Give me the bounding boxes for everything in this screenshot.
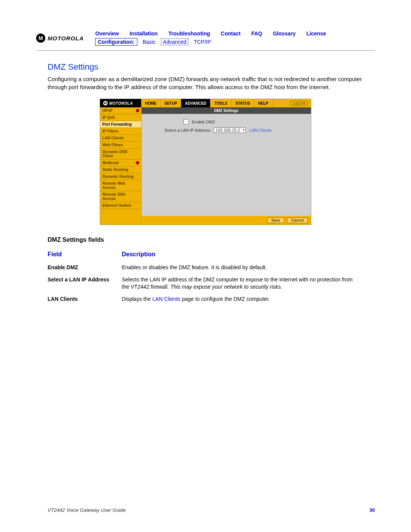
- field-desc: Enables or disables the DMZ feature. It …: [122, 262, 360, 274]
- ui-sidebar: UPnP IP QoS Port Forwarding IP Filters L…: [100, 107, 142, 225]
- ui-brand-icon: M: [103, 101, 108, 105]
- subnav-basic[interactable]: Basic: [143, 39, 156, 45]
- warning-dot-icon: [136, 109, 139, 112]
- nav-config-label: Configuration:: [95, 38, 137, 46]
- sidebar-item-staticrouting[interactable]: Static Routing: [100, 166, 141, 173]
- sidebar-item-multicast[interactable]: Multicast: [100, 160, 141, 166]
- nav-overview[interactable]: Overview: [95, 30, 119, 37]
- ui-main-body: Enable DMZ Select a LAN IP Address: 192.…: [142, 114, 311, 216]
- select-lan-ip-label: Select a LAN IP Address:: [164, 128, 211, 133]
- sidebar-item-upnp[interactable]: UPnP: [100, 107, 141, 114]
- ui-brand-text: MOTOROLA: [109, 101, 133, 105]
- enable-dmz-checkbox[interactable]: [183, 119, 189, 125]
- lan-clients-link[interactable]: LAN Clients: [250, 128, 272, 133]
- ui-logout-button[interactable]: Log Out: [290, 101, 308, 105]
- sidebar-item-lanclients[interactable]: LAN Clients: [100, 135, 141, 142]
- router-ui-screenshot: M MOTOROLA HOME SETUP ADVANCED TOOLS STA…: [100, 99, 311, 225]
- nav-faq[interactable]: FAQ: [251, 30, 262, 37]
- subnav-advanced[interactable]: Advanced: [161, 38, 188, 45]
- sidebar-item-remoteweb[interactable]: Remote Web Access: [100, 180, 141, 191]
- table-row: Select a LAN IP Address Selects the LAN …: [48, 274, 360, 293]
- field-name: Enable DMZ: [48, 262, 122, 274]
- sidebar-item-label: UPnP: [102, 109, 113, 113]
- lan-ip-select[interactable]: 192.168.15.2: [213, 128, 245, 133]
- save-button[interactable]: Save: [267, 217, 284, 223]
- sidebar-item-label: Multicast: [102, 161, 119, 165]
- th-description: Description: [122, 249, 360, 262]
- top-nav: Overview Installation Troubleshooting Co…: [95, 30, 375, 37]
- th-field: Field: [48, 249, 122, 262]
- lan-clients-inline-link[interactable]: LAN Clients: [152, 296, 180, 302]
- sidebar-item-dyndns[interactable]: Dynamic DNS Client: [100, 149, 141, 160]
- nav-contact[interactable]: Contact: [221, 30, 241, 37]
- desc-italic: This may expose your network to security…: [170, 284, 282, 290]
- ui-tab-tools[interactable]: TOOLS: [210, 99, 231, 107]
- motorola-logo-icon: M: [36, 34, 45, 43]
- nav-installation[interactable]: Installation: [129, 30, 158, 37]
- header-divider: [36, 50, 375, 51]
- brand-text: MOTOROLA: [48, 35, 84, 42]
- table-row: Enable DMZ Enables or disables the DMZ f…: [48, 262, 360, 274]
- ui-tab-status[interactable]: STATUS: [232, 99, 255, 107]
- ui-topbar: M MOTOROLA HOME SETUP ADVANCED TOOLS STA…: [100, 99, 311, 107]
- sidebar-item-portforwarding[interactable]: Port Forwarding: [100, 121, 141, 128]
- field-desc: Displays the LAN Clients page to configu…: [122, 293, 360, 305]
- ui-brand: M MOTOROLA: [100, 99, 141, 107]
- sidebar-item-webfilters[interactable]: Web Filters: [100, 142, 141, 149]
- table-row: LAN Clients Displays the LAN Clients pag…: [48, 293, 360, 305]
- brand-logo: M MOTOROLA: [36, 34, 84, 43]
- sidebar-item-ipqos[interactable]: IP QoS: [100, 114, 141, 121]
- cancel-button[interactable]: Cancel: [287, 217, 308, 223]
- ui-tab-setup[interactable]: SETUP: [161, 99, 181, 107]
- field-name: Select a LAN IP Address: [48, 274, 122, 293]
- sub-nav: Configuration: Basic Advanced TCP/IP: [95, 38, 375, 46]
- fields-table: Field Description Enable DMZ Enables or …: [48, 249, 360, 305]
- sidebar-item-ipfilters[interactable]: IP Filters: [100, 128, 141, 135]
- nav-troubleshooting[interactable]: Troubleshooting: [168, 30, 210, 37]
- field-desc: Selects the LAN IP address of the DMZ co…: [122, 274, 360, 293]
- section-title: DMZ Settings: [48, 62, 375, 72]
- nav-license[interactable]: License: [306, 30, 326, 37]
- subnav-tcpip[interactable]: TCP/IP: [194, 39, 211, 45]
- ui-main-title: DMZ Settings: [142, 107, 311, 114]
- desc-text: page to configure the DMZ computer.: [180, 296, 270, 302]
- ui-tab-advanced[interactable]: ADVANCED: [181, 99, 210, 107]
- enable-dmz-label: Enable DMZ: [192, 120, 215, 124]
- nav-glossary[interactable]: Glossary: [273, 30, 296, 37]
- footer-title: VT2442 Voice Gateway User Guide: [48, 507, 126, 513]
- page-footer: VT2442 Voice Gateway User Guide 30: [48, 507, 375, 513]
- sidebar-item-ethswitch[interactable]: Ethernet Switch: [100, 202, 141, 209]
- section-intro: Configuring a computer as a demilitarize…: [48, 75, 375, 91]
- ui-footer: Save Cancel: [142, 216, 311, 225]
- desc-text: Displays the: [122, 296, 152, 302]
- warning-dot-icon: [136, 161, 139, 165]
- ui-tab-home[interactable]: HOME: [141, 99, 161, 107]
- sidebar-item-dynrouting[interactable]: Dynamic Routing: [100, 173, 141, 180]
- page-number: 30: [370, 507, 375, 513]
- fields-heading: DMZ Settings fields: [48, 236, 375, 243]
- field-name: LAN Clients: [48, 293, 122, 305]
- ui-tab-help[interactable]: HELP: [254, 99, 272, 107]
- sidebar-item-remotessh[interactable]: Remote SSH Access: [100, 191, 141, 202]
